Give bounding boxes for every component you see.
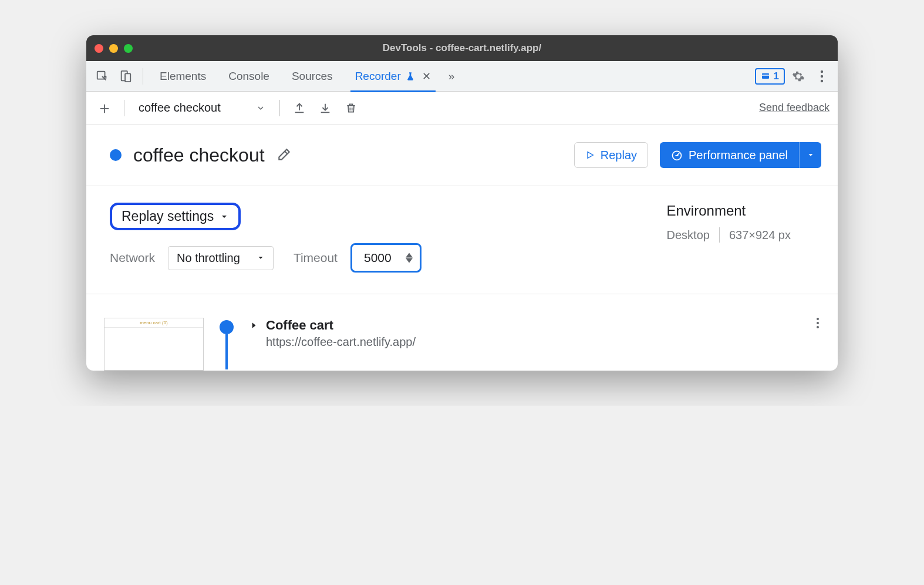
- replay-button[interactable]: Replay: [574, 142, 648, 168]
- maximize-window-button[interactable]: [124, 44, 133, 53]
- separator: [719, 227, 720, 243]
- replay-settings-controls: Network No throttling Timeout 5000: [110, 243, 421, 273]
- step-text: Coffee cart https://coffee-cart.netlify.…: [266, 318, 416, 349]
- recorder-toolbar: ＋ coffee checkout Send feedback: [86, 92, 838, 125]
- network-label: Network: [110, 251, 155, 265]
- recording-steps: menu cart (0) Coffee cart https://coffee…: [86, 294, 838, 371]
- performance-panel-label: Performance panel: [689, 149, 788, 162]
- performance-panel-split-button: Performance panel: [660, 142, 821, 168]
- step-url: https://coffee-cart.netlify.app/: [266, 335, 416, 349]
- timeout-value: 5000: [364, 251, 392, 265]
- new-recording-button[interactable]: ＋: [95, 98, 114, 118]
- environment-dimensions: 637×924 px: [729, 228, 791, 242]
- svg-rect-2: [125, 73, 130, 82]
- send-feedback-link[interactable]: Send feedback: [759, 102, 829, 114]
- inspect-element-icon[interactable]: [92, 66, 112, 86]
- environment-group: Environment Desktop 637×924 px: [667, 203, 814, 243]
- flask-icon: [406, 72, 415, 81]
- window-title: DevTools - coffee-cart.netlify.app/: [86, 42, 838, 54]
- replay-settings-toggle[interactable]: Replay settings: [110, 203, 241, 230]
- recording-status-dot: [110, 149, 122, 161]
- performance-panel-dropdown[interactable]: [799, 142, 821, 168]
- thumbnail-header: menu cart (0): [104, 318, 203, 328]
- export-icon[interactable]: [289, 98, 309, 118]
- timeout-label: Timeout: [294, 251, 338, 265]
- network-throttling-select[interactable]: No throttling: [168, 246, 274, 270]
- settings-section: Replay settings Network No throttling Ti…: [86, 186, 838, 294]
- caret-down-icon: [807, 151, 815, 159]
- environment-values: Desktop 637×924 px: [667, 227, 791, 243]
- timeout-input[interactable]: 5000: [350, 243, 421, 273]
- issues-badge[interactable]: 1: [755, 68, 785, 85]
- network-throttling-value: No throttling: [177, 251, 240, 265]
- traffic-lights: [95, 44, 133, 53]
- replay-settings-group: Replay settings Network No throttling Ti…: [110, 203, 421, 273]
- more-menu-icon[interactable]: [812, 66, 832, 86]
- separator: [124, 100, 124, 116]
- separator: [279, 100, 280, 116]
- minimize-window-button[interactable]: [109, 44, 118, 53]
- tab-recorder-label: Recorder: [355, 70, 401, 83]
- titlebar: DevTools - coffee-cart.netlify.app/: [86, 35, 838, 61]
- replay-button-label: Replay: [601, 149, 637, 162]
- settings-gear-icon[interactable]: [788, 66, 808, 86]
- tab-console[interactable]: Console: [219, 61, 279, 92]
- chevron-down-icon: [256, 103, 265, 113]
- step-thumbnail: menu cart (0): [104, 318, 204, 371]
- recording-selector-value: coffee checkout: [139, 101, 221, 115]
- timeline-dot: [220, 320, 234, 334]
- delete-icon[interactable]: [341, 98, 361, 118]
- timeout-stepper[interactable]: [406, 253, 413, 263]
- tab-recorder[interactable]: Recorder ✕: [346, 61, 440, 92]
- recording-selector[interactable]: coffee checkout: [134, 101, 270, 115]
- gauge-icon: [671, 149, 683, 161]
- recording-header: coffee checkout Replay Performance panel: [86, 125, 838, 186]
- expand-step-icon[interactable]: [249, 321, 258, 330]
- svg-point-5: [821, 75, 823, 77]
- step-row: Coffee cart https://coffee-cart.netlify.…: [249, 318, 826, 349]
- environment-label: Environment: [667, 203, 791, 219]
- stepper-up-icon: [406, 253, 413, 258]
- close-tab-icon[interactable]: ✕: [422, 70, 431, 83]
- tab-elements[interactable]: Elements: [150, 61, 215, 92]
- separator: [143, 68, 143, 85]
- tab-sources[interactable]: Sources: [282, 61, 342, 92]
- step-more-menu[interactable]: [817, 318, 819, 328]
- environment-device: Desktop: [667, 228, 710, 242]
- step-title: Coffee cart: [266, 318, 416, 333]
- devtools-tabs: Elements Console Sources Recorder ✕ » 1: [86, 61, 838, 92]
- issues-icon: [761, 72, 770, 81]
- replay-settings-label: Replay settings: [122, 209, 214, 224]
- close-window-button[interactable]: [95, 44, 103, 53]
- device-toolbar-icon[interactable]: [116, 66, 136, 86]
- tabs-overflow[interactable]: »: [444, 61, 460, 92]
- timeline-line: [225, 334, 228, 369]
- caret-down-icon: [257, 254, 265, 262]
- performance-panel-button[interactable]: Performance panel: [660, 142, 799, 168]
- svg-point-6: [821, 79, 823, 82]
- stepper-down-icon: [406, 258, 413, 263]
- import-icon[interactable]: [315, 98, 335, 118]
- edit-title-icon[interactable]: [276, 147, 293, 163]
- issues-count: 1: [774, 70, 779, 82]
- svg-rect-3: [762, 73, 769, 78]
- recording-title: coffee checkout: [133, 144, 265, 166]
- devtools-window: DevTools - coffee-cart.netlify.app/ Elem…: [86, 35, 838, 371]
- timeline: [218, 318, 235, 369]
- svg-point-4: [821, 70, 823, 72]
- caret-down-icon: [220, 212, 229, 221]
- play-icon: [585, 150, 595, 160]
